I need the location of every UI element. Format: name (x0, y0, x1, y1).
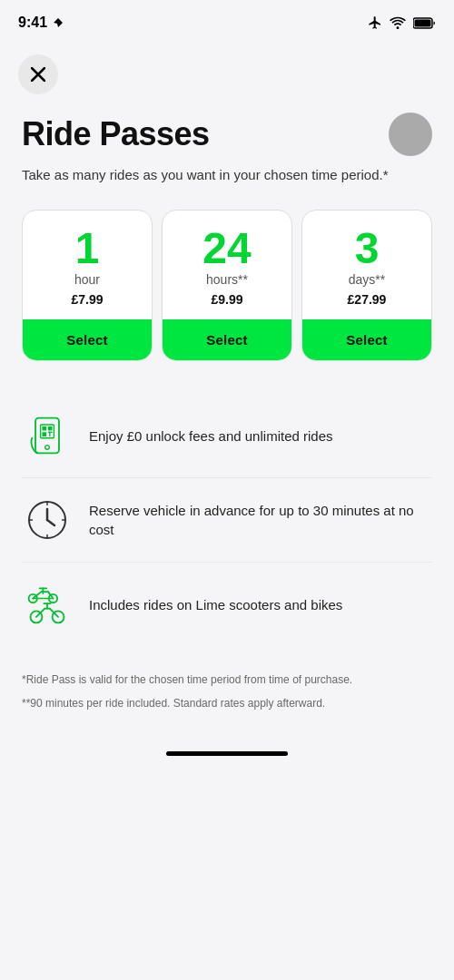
header-row: Ride Passes (22, 113, 432, 156)
pass-unit-1: hour (74, 272, 100, 287)
svg-rect-5 (48, 426, 53, 431)
feature-list: Enjoy £0 unlock fees and unlimited rides… (22, 394, 432, 646)
footnotes: *Ride Pass is valid for the chosen time … (22, 671, 432, 737)
svg-line-28 (50, 609, 58, 617)
status-time: 9:41 (18, 15, 64, 31)
svg-line-27 (36, 609, 44, 617)
status-icons (368, 15, 436, 30)
svg-rect-2 (35, 418, 59, 454)
svg-rect-4 (42, 426, 46, 431)
time-display: 9:41 (18, 15, 47, 31)
svg-rect-1 (415, 19, 431, 26)
airplane-icon (368, 15, 382, 30)
pass-card-1hour: 1 hour £7.99 Select (22, 210, 153, 361)
wifi-icon (390, 16, 406, 29)
svg-rect-6 (42, 432, 46, 436)
pass-price-3: £27.99 (348, 292, 387, 307)
pass-price-24: £9.99 (211, 292, 242, 307)
location-arrow-icon (53, 17, 64, 28)
pass-price-1: £7.99 (71, 292, 103, 307)
feature-text-scooter: Includes rides on Lime scooters and bike… (89, 595, 432, 614)
select-button-3days[interactable]: Select (302, 319, 431, 360)
pass-cards-container: 1 hour £7.99 Select 24 hours** £9.99 Sel… (22, 210, 432, 361)
svg-line-12 (47, 520, 54, 525)
clock-reserve-icon (22, 495, 73, 545)
footnote-1: *Ride Pass is valid for the chosen time … (22, 671, 432, 688)
pass-number-1: 1 (75, 227, 100, 270)
feature-text-unlock: Enjoy £0 unlock fees and unlimited rides (89, 426, 432, 446)
close-button[interactable] (18, 54, 58, 94)
feature-item-reserve: Reserve vehicle in advance for up to 30 … (22, 478, 432, 563)
pass-number-24: 24 (202, 227, 251, 270)
pass-unit-3: days** (349, 272, 385, 287)
page-title: Ride Passes (22, 115, 210, 153)
pass-card-3days: 3 days** £27.99 Select (301, 210, 432, 361)
select-button-1hour[interactable]: Select (23, 319, 152, 360)
footnote-2: **90 minutes per ride included. Standard… (22, 695, 432, 711)
home-indicator (166, 751, 288, 756)
select-button-24hours[interactable]: Select (163, 319, 291, 360)
pass-card-24hours: 24 hours** £9.99 Select (162, 210, 292, 361)
battery-icon (413, 17, 436, 29)
svg-point-9 (45, 446, 50, 450)
pass-unit-24: hours** (206, 272, 248, 287)
feature-item-unlock: Enjoy £0 unlock fees and unlimited rides (22, 394, 432, 478)
main-content: Ride Passes Take as many rides as you wa… (0, 113, 454, 737)
header-avatar (389, 113, 432, 156)
close-icon (31, 67, 45, 82)
page-subtitle: Take as many rides as you want in your c… (22, 165, 432, 184)
phone-unlock-icon (22, 410, 73, 461)
status-bar: 9:41 (0, 0, 454, 40)
feature-text-reserve: Reserve vehicle in advance for up to 30 … (89, 501, 432, 539)
pass-number-3: 3 (355, 227, 380, 270)
scooter-bike-icon (22, 579, 73, 630)
feature-item-scooter: Includes rides on Lime scooters and bike… (22, 563, 432, 646)
